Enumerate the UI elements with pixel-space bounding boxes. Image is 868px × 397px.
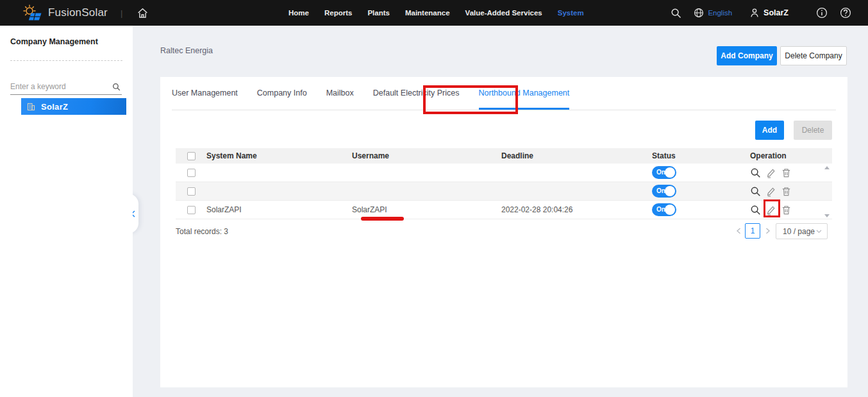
add-company-button[interactable]: Add Company <box>717 46 777 65</box>
add-button[interactable]: Add <box>755 121 784 140</box>
cell-system-name: SolarZAPI <box>206 205 352 214</box>
edit-icon[interactable] <box>765 167 776 178</box>
user-menu[interactable]: SolarZ <box>749 8 789 18</box>
view-details-icon[interactable] <box>750 167 761 178</box>
page-size-value: 10 / page <box>783 227 815 236</box>
delete-button: Delete <box>794 121 832 140</box>
col-system-name: System Name <box>206 151 352 160</box>
edit-icon[interactable] <box>765 205 776 215</box>
next-page-icon[interactable] <box>763 223 773 239</box>
tab-northbound-management[interactable]: Northbound Management <box>479 77 570 110</box>
nav-system[interactable]: System <box>558 9 584 17</box>
info-icon[interactable] <box>816 7 828 19</box>
row-checkbox[interactable] <box>187 169 196 177</box>
cell-deadline: 2022-02-28 20:04:26 <box>501 205 650 214</box>
total-records-label: Total records: 3 <box>176 227 228 236</box>
globe-icon <box>694 8 704 18</box>
view-details-icon[interactable] <box>750 205 761 215</box>
search-icon[interactable] <box>671 8 681 19</box>
table-row: On <box>176 182 832 201</box>
tab-company-info[interactable]: Company Info <box>257 77 307 110</box>
nav-plants[interactable]: Plants <box>367 9 390 17</box>
user-icon <box>749 8 760 18</box>
sidebar-search-icon[interactable] <box>112 82 121 94</box>
main-nav: Home Reports Plants Maintenance Value-Ad… <box>288 0 584 26</box>
delete-row-icon[interactable] <box>781 186 792 197</box>
col-operation: Operation <box>742 151 832 160</box>
status-toggle[interactable]: On <box>652 185 676 198</box>
divider: | <box>121 8 122 18</box>
tab-user-management[interactable]: User Management <box>172 77 238 110</box>
row-checkbox[interactable] <box>187 206 196 214</box>
prev-page-icon[interactable] <box>733 223 744 239</box>
company-breadcrumb: Raltec Energia <box>160 46 213 55</box>
language-selector[interactable]: English <box>694 8 732 18</box>
nav-reports[interactable]: Reports <box>324 9 352 17</box>
tab-default-electricity-prices[interactable]: Default Electricity Prices <box>373 77 460 110</box>
brand-name: FusionSolar <box>48 6 108 19</box>
dashed-divider <box>10 60 122 61</box>
home-icon[interactable] <box>137 7 149 19</box>
page-size-select[interactable]: 10 / page <box>776 223 828 239</box>
fusionsolar-app: FusionSolar | Home Reports Plants Mainte… <box>0 0 868 397</box>
company-detail-card: User Management Company Info Mailbox Def… <box>160 77 847 387</box>
edit-icon[interactable] <box>765 186 776 197</box>
table-header-row: System Name Username Deadline Status Ope… <box>176 148 832 164</box>
company-building-icon <box>26 102 36 112</box>
status-toggle[interactable]: On <box>652 203 676 216</box>
delete-row-icon[interactable] <box>781 205 792 215</box>
help-icon[interactable] <box>840 7 851 19</box>
sidebar: Company Management SolarZ <box>0 26 133 397</box>
fusionsolar-logo-icon <box>23 4 42 22</box>
col-deadline: Deadline <box>501 151 650 160</box>
main-content: Raltec Energia Add Company Delete Compan… <box>133 26 868 397</box>
chevron-down-icon <box>816 230 822 233</box>
cell-deadline <box>501 168 650 177</box>
tab-mailbox[interactable]: Mailbox <box>326 77 354 110</box>
tabs-divider <box>172 110 836 110</box>
delete-row-icon[interactable] <box>781 167 792 178</box>
nav-home[interactable]: Home <box>288 9 309 17</box>
language-label: English <box>708 9 732 17</box>
sidebar-title: Company Management <box>10 37 98 46</box>
col-username: Username <box>352 151 501 160</box>
sidebar-search-input[interactable] <box>10 80 106 94</box>
table-row: On <box>176 164 832 182</box>
sidebar-search <box>10 80 122 95</box>
username-label: SolarZ <box>764 8 789 17</box>
nav-maintenance[interactable]: Maintenance <box>405 9 450 17</box>
nav-value-added-services[interactable]: Value-Added Services <box>465 9 542 17</box>
select-all-checkbox[interactable] <box>187 152 196 160</box>
northbound-systems-table: System Name Username Deadline Status Ope… <box>176 148 832 219</box>
table-row: SolarZAPI SolarZAPI 2022-02-28 20:04:26 … <box>176 201 832 219</box>
scroll-up-arrow[interactable] <box>824 166 830 169</box>
page-number-button[interactable]: 1 <box>745 223 760 239</box>
cell-username: SolarZAPI <box>352 205 501 214</box>
view-details-icon[interactable] <box>750 186 761 197</box>
sidebar-item-label: SolarZ <box>41 102 68 112</box>
delete-company-button[interactable]: Delete Company <box>780 46 847 65</box>
top-bar: FusionSolar | Home Reports Plants Mainte… <box>0 0 868 26</box>
scroll-down-arrow[interactable] <box>824 214 830 217</box>
table-scrollbar[interactable] <box>823 164 831 219</box>
status-toggle[interactable]: On <box>652 166 676 179</box>
col-status: Status <box>650 151 742 160</box>
row-checkbox[interactable] <box>187 187 196 196</box>
sidebar-item-solarz[interactable]: SolarZ <box>21 98 126 115</box>
tab-bar: User Management Company Info Mailbox Def… <box>172 77 569 110</box>
